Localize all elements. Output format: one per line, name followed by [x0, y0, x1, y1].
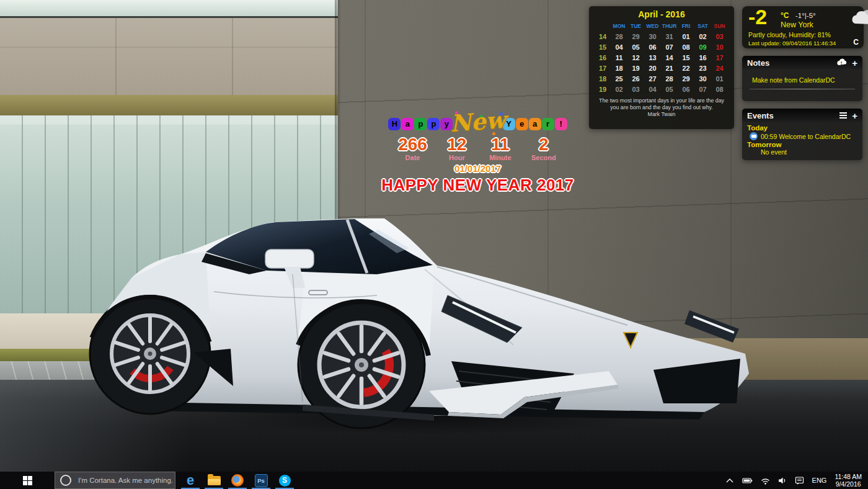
event-text: 00:59 Welcome to CalendarDC [761, 133, 851, 140]
calendar-day[interactable]: 08 [678, 42, 694, 53]
calendar-day[interactable]: 21 [661, 63, 678, 74]
countdown-counters: 266 Date 12 Hour 11 Minute 2 Second [371, 136, 585, 161]
calendar-day[interactable]: 02 [694, 32, 711, 42]
taskbar-app-file-explorer[interactable] [202, 472, 226, 489]
calendar-day[interactable]: 26 [627, 74, 644, 84]
calendar-grid: MON TUE WED THUR FRI SAT SUN 14 28 29 30… [595, 21, 734, 95]
taskbar-app-edge[interactable]: e [179, 472, 202, 489]
calendar-day[interactable]: 23 [694, 63, 711, 74]
system-tray: ENG 11:48 AM 9/4/2016 [725, 472, 868, 489]
photoshop-icon: Ps [255, 474, 268, 487]
calendar-day[interactable]: 18 [611, 63, 627, 74]
weather-condition: Partly cloudy, Humidity: 81% [748, 31, 831, 38]
calendar-day[interactable]: 03 [711, 32, 728, 42]
file-explorer-icon [208, 476, 221, 485]
svg-text:!: ! [841, 60, 843, 66]
calendar-day[interactable]: 04 [644, 84, 661, 95]
skype-icon: S [279, 475, 291, 487]
add-event-button[interactable]: + [852, 111, 857, 120]
calendar-day[interactable]: 10 [711, 42, 728, 53]
taskbar-app-firefox[interactable] [226, 472, 249, 489]
week-number: 19 [595, 84, 611, 95]
letter-tile: ! [555, 118, 567, 130]
temperature-value: -2 [748, 5, 767, 29]
building-upper-glass [0, 0, 338, 18]
new-year-countdown-overlay: H a p p y New Y e a r ! 266 Date 12 Hour… [371, 114, 585, 195]
calendar-day[interactable]: 01 [678, 32, 694, 42]
volume-icon[interactable] [778, 476, 787, 485]
calendar-day[interactable]: 01 [711, 74, 728, 84]
calendar-day[interactable]: 31 [661, 32, 678, 42]
language-indicator[interactable]: ENG [812, 477, 827, 484]
calendar-day[interactable]: 14 [661, 53, 678, 63]
week-number: 18 [595, 74, 611, 84]
note-item[interactable]: Make note from CalendarDC [752, 76, 835, 84]
event-row[interactable]: 00:59 Welcome to CalendarDC [750, 132, 857, 140]
week-number: 17 [595, 63, 611, 74]
calendar-day[interactable]: 29 [627, 32, 644, 42]
calendar-day[interactable]: 12 [627, 53, 644, 63]
calendar-day[interactable]: 19 [627, 63, 644, 74]
events-title: Events [747, 111, 835, 120]
taskbar-app-skype[interactable]: S [273, 472, 296, 489]
action-center-icon[interactable] [795, 476, 804, 485]
start-button[interactable] [0, 472, 55, 489]
battery-icon[interactable] [742, 476, 753, 485]
calendar-day[interactable]: 30 [694, 74, 711, 84]
calendar-day[interactable]: 11 [611, 53, 627, 63]
calendar-day[interactable]: 06 [644, 42, 661, 53]
calendar-day[interactable]: 05 [627, 42, 644, 53]
notes-header: Notes ! + [742, 56, 862, 70]
show-hidden-icons-chevron[interactable] [725, 477, 734, 484]
calendar-day[interactable]: 07 [694, 84, 711, 95]
calendar-day[interactable]: 22 [678, 63, 694, 74]
high-low-temps: -1°|-5° [795, 12, 816, 19]
celsius-toggle[interactable]: C [853, 38, 859, 47]
calendar-day[interactable]: 05 [661, 84, 678, 95]
countdown-hours: 12 Hour [443, 136, 471, 161]
calendar-day[interactable]: 08 [711, 84, 728, 95]
today-section-label: Today [747, 124, 857, 132]
note-underline [750, 89, 855, 89]
calendar-day[interactable]: 04 [611, 42, 627, 53]
countdown-seconds: 2 Second [530, 136, 557, 161]
building-beam [0, 95, 338, 115]
add-note-button[interactable]: + [852, 58, 857, 68]
calendar-day[interactable]: 27 [644, 74, 661, 84]
events-menu-icon[interactable] [839, 111, 847, 120]
right-headlight [684, 310, 739, 343]
wifi-icon[interactable] [761, 477, 770, 485]
day-header: THUR [661, 21, 678, 32]
calendar-day[interactable]: 15 [678, 53, 694, 63]
search-input[interactable] [77, 476, 175, 485]
calendar-day[interactable]: 28 [661, 74, 678, 84]
calendar-day[interactable]: 24 [711, 63, 728, 74]
taskbar-app-photoshop[interactable]: Ps [249, 472, 273, 489]
firefox-icon [231, 474, 244, 487]
calendar-day[interactable]: 07 [661, 42, 678, 53]
day-header: FRI [678, 21, 694, 32]
calendar-day[interactable]: 29 [678, 74, 694, 84]
calendar-day[interactable]: 30 [644, 32, 661, 42]
calendar-day[interactable]: 20 [644, 63, 661, 74]
weather-widget: -2 °C -1°|-5° New York Partly cloudy, Hu… [742, 6, 864, 48]
cloud-sync-icon[interactable]: ! [836, 57, 847, 68]
taskbar-clock[interactable]: 11:48 AM 9/4/2016 [835, 473, 862, 488]
taskbar: e Ps S [0, 472, 868, 489]
calendar-day[interactable]: 02 [611, 84, 627, 95]
calendar-day[interactable]: 17 [711, 53, 728, 63]
calendar-day[interactable]: 03 [627, 84, 644, 95]
cortana-search-box[interactable] [55, 472, 175, 489]
car-illustration [87, 205, 775, 472]
events-widget: Events + Today 00:59 Welcome to Calendar… [742, 109, 862, 160]
calendar-day[interactable]: 06 [678, 84, 694, 95]
calendar-day[interactable]: 25 [611, 74, 627, 84]
letter-tile: H [388, 118, 401, 130]
calendar-day[interactable]: 28 [611, 32, 627, 42]
no-event-text: No event [761, 148, 857, 156]
calendar-day-today[interactable]: 09 [694, 42, 711, 53]
calendar-day[interactable]: 13 [644, 53, 661, 63]
calendar-day[interactable]: 16 [694, 53, 711, 63]
desktop: H a p p y New Y e a r ! 266 Date 12 Hour… [0, 0, 868, 472]
letter-tile: a [401, 118, 414, 130]
